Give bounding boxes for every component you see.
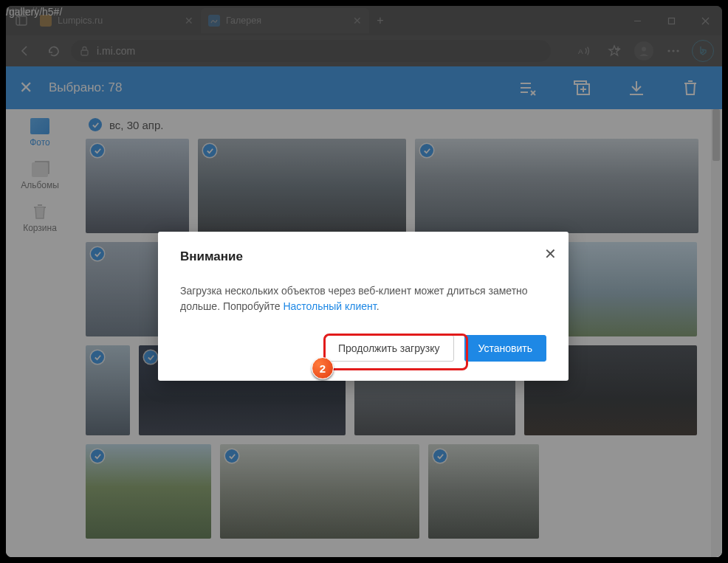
desktop-client-link[interactable]: Настольный клиент xyxy=(283,300,376,312)
annotation-badge: 2 xyxy=(312,357,334,379)
attention-modal: Внимание ✕ Загрузка нескольких объектов … xyxy=(158,232,569,381)
modal-close-button[interactable]: ✕ xyxy=(544,245,557,263)
browser-toolbar: https://i.mi.com/gallery/h5#/ A xyxy=(6,35,722,66)
address-bar[interactable]: https://i.mi.com/gallery/h5#/ xyxy=(71,40,551,62)
modal-title: Внимание xyxy=(180,249,546,264)
install-button[interactable]: Установить xyxy=(464,335,546,362)
continue-download-button[interactable]: Продолжить загрузку xyxy=(324,335,454,362)
modal-text: Загрузка нескольких объектов через веб-к… xyxy=(180,283,546,314)
